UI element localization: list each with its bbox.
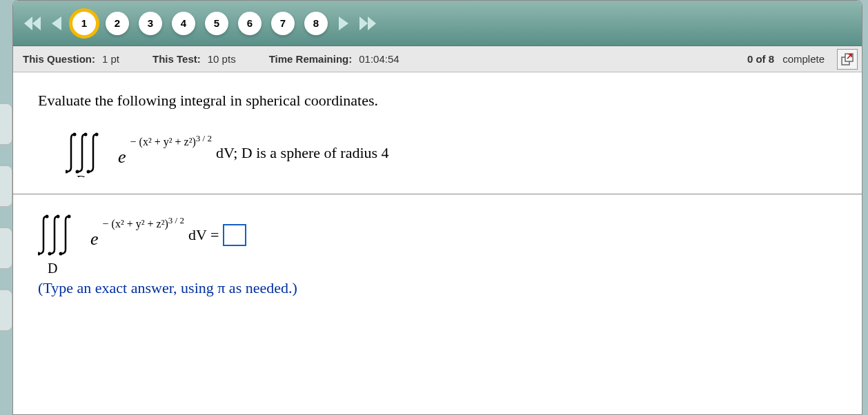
question-nav-label: 7	[280, 17, 286, 29]
side-tab-2[interactable]	[0, 165, 12, 207]
exponent-power: 3 / 2	[168, 215, 184, 225]
prev-arrow-icon[interactable]	[46, 10, 66, 37]
question-nav-6[interactable]: 6	[238, 12, 262, 35]
svg-point-3	[84, 133, 88, 136]
svg-point-2	[73, 133, 77, 136]
time-remaining-label: Time Remaining:	[269, 53, 353, 65]
side-tab-3[interactable]	[0, 227, 12, 269]
first-arrow-icon[interactable]	[23, 10, 42, 37]
question-nav-2[interactable]: 2	[106, 12, 129, 35]
svg-point-13	[59, 252, 63, 256]
integral-expression: D e − (x² + y² + z²)3 / 2 dV; D is a sph…	[66, 129, 837, 177]
progress-word: complete	[782, 53, 825, 65]
answer-hint: (Type an exact answer, using π as needed…	[38, 279, 837, 297]
answer-expression: e − (x² + y² + z²)3 / 2 dV =	[38, 211, 837, 259]
question-points-label: This Question:	[23, 53, 95, 65]
svg-point-7	[87, 170, 90, 174]
expand-icon	[841, 53, 854, 65]
test-points-label: This Test:	[152, 53, 201, 65]
question-nav-label: 4	[181, 17, 186, 29]
last-arrow-icon[interactable]	[358, 10, 377, 37]
svg-point-10	[68, 215, 71, 219]
svg-point-8	[46, 215, 49, 219]
base-e: e	[118, 147, 126, 168]
side-tabs	[0, 103, 12, 331]
svg-point-11	[38, 252, 41, 256]
question-nav-label: 3	[148, 17, 153, 29]
question-nav-label: 8	[313, 17, 319, 29]
question-points-value: 1 pt	[102, 53, 119, 65]
exponent: − (x² + y² + z²)3 / 2	[103, 215, 184, 230]
question-nav-label: 2	[115, 17, 120, 29]
svg-point-12	[48, 252, 52, 256]
side-tab-4[interactable]	[0, 290, 12, 331]
question-nav-4[interactable]: 4	[172, 12, 195, 35]
triple-integral-icon: D	[66, 129, 114, 177]
test-points-value: 10 pts	[208, 53, 236, 65]
question-nav-7[interactable]: 7	[271, 12, 295, 35]
triple-integral-icon	[38, 211, 86, 259]
base-e: e	[90, 229, 99, 250]
main-panel: 1 2 3 4 5 6 7 8 This Question: 1 pt This…	[12, 0, 862, 415]
time-remaining-value: 01:04:54	[359, 53, 399, 65]
answer-input[interactable]	[223, 224, 246, 246]
svg-point-9	[57, 215, 60, 219]
exponent-base: − (x² + y² + z²)	[130, 136, 196, 148]
question-content: Evaluate the following integral in spher…	[13, 72, 862, 316]
svg-point-5	[66, 170, 68, 174]
exponent-base: − (x² + y² + z²)	[103, 218, 168, 230]
domain-letter: D	[77, 173, 86, 177]
progress-count: 0 of 8	[747, 53, 774, 65]
integral-suffix: dV; D is a sphere of radius 4	[216, 144, 389, 162]
next-arrow-icon[interactable]	[335, 10, 354, 37]
answer-prefix: dV =	[188, 226, 219, 244]
expand-button[interactable]	[837, 49, 858, 70]
question-nav-3[interactable]: 3	[139, 12, 162, 35]
question-nav-5[interactable]: 5	[205, 12, 228, 35]
svg-point-4	[95, 133, 99, 136]
exponent-power: 3 / 2	[196, 133, 212, 143]
question-nav-8[interactable]: 8	[304, 12, 328, 35]
side-tab-1[interactable]	[0, 103, 12, 145]
question-prompt: Evaluate the following integral in spher…	[38, 92, 837, 110]
info-bar: This Question: 1 pt This Test: 10 pts Ti…	[13, 46, 862, 72]
domain-letter-answer: D	[48, 261, 837, 276]
divider	[13, 194, 862, 194]
question-nav-label: 5	[214, 17, 219, 29]
question-nav-1[interactable]: 1	[72, 12, 96, 35]
question-nav-bar: 1 2 3 4 5 6 7 8	[13, 1, 862, 46]
question-nav-label: 6	[247, 17, 253, 29]
question-nav-label: 1	[81, 17, 87, 29]
exponent: − (x² + y² + z²)3 / 2	[130, 133, 212, 148]
